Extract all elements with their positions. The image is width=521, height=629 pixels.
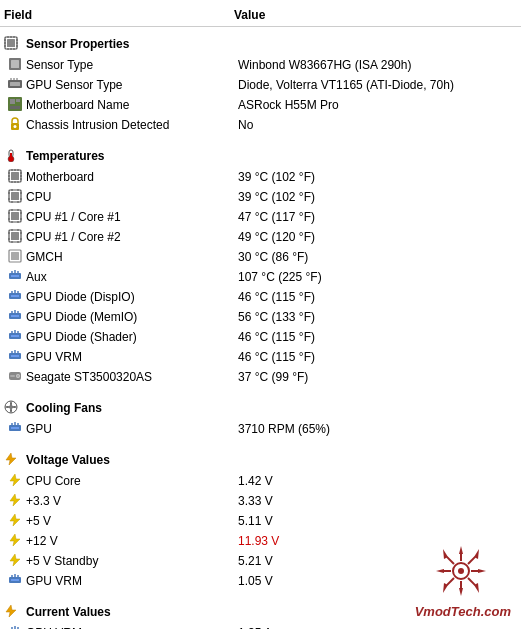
svg-rect-77 <box>11 275 19 277</box>
section-title-cooling-fans: Cooling Fans <box>0 391 521 419</box>
svg-rect-24 <box>10 106 20 109</box>
svg-line-135 <box>447 557 454 564</box>
section-label: Temperatures <box>26 147 104 165</box>
row-field: +5 V Standby <box>0 551 230 571</box>
table-row: GPU VRM46 °C (115 °F) <box>0 347 521 367</box>
table-row: Seagate ST3500320AS37 °C (99 °F) <box>0 367 521 387</box>
section-header-cooling-fans: Cooling Fans <box>0 391 521 419</box>
field-label: GPU Sensor Type <box>26 76 123 94</box>
row-value: 46 °C (115 °F) <box>230 287 521 307</box>
table-row: GPU3710 RPM (65%) <box>0 419 521 439</box>
table-row: Motherboard39 °C (102 °F) <box>0 167 521 187</box>
svg-marker-142 <box>478 569 486 573</box>
svg-rect-104 <box>10 375 15 377</box>
table-row: Sensor TypeWinbond W83667HG (ISA 290h) <box>0 55 521 75</box>
field-label: GPU Diode (Shader) <box>26 328 137 346</box>
svg-marker-114 <box>10 494 20 506</box>
row-field: GPU Sensor Type <box>0 75 230 95</box>
svg-rect-15 <box>11 60 19 68</box>
watermark-text: VmodTech.com <box>411 604 511 619</box>
svg-marker-140 <box>459 588 463 596</box>
row-field: GMCH <box>0 247 230 267</box>
section-header-temperatures: Temperatures <box>0 139 521 167</box>
table-row: CPU Core1.42 V <box>0 471 521 491</box>
chip-icon <box>4 36 20 52</box>
motherboard-icon <box>8 97 24 113</box>
row-field: CPU Core <box>0 471 230 491</box>
svg-rect-23 <box>16 99 20 102</box>
svg-rect-108 <box>11 427 19 429</box>
svg-rect-87 <box>11 315 19 317</box>
table-row: GMCH30 °C (86 °F) <box>0 247 521 267</box>
table-row: GPU Diode (MemIO)56 °C (133 °F) <box>0 307 521 327</box>
svg-rect-119 <box>11 579 19 581</box>
chip2-icon <box>8 249 24 265</box>
table-row: GPU VRM1.35 A <box>0 623 521 629</box>
table-row: GPU Diode (Shader)46 °C (115 °F) <box>0 327 521 347</box>
field-label: Motherboard Name <box>26 96 129 114</box>
svg-marker-116 <box>10 534 20 546</box>
table-header-row: Field Value <box>0 4 521 27</box>
hdd-icon <box>8 369 24 385</box>
table-row: GPU Sensor TypeDiode, Volterra VT1165 (A… <box>0 75 521 95</box>
field-label: +12 V <box>26 532 58 550</box>
svg-rect-55 <box>11 212 19 220</box>
row-field: GPU Diode (Shader) <box>0 327 230 347</box>
thermometer-icon <box>4 148 20 164</box>
svg-line-136 <box>468 578 475 585</box>
svg-rect-75 <box>11 252 19 260</box>
table-row: Aux107 °C (225 °F) <box>0 267 521 287</box>
watermark-icon <box>411 531 511 611</box>
sensor2-icon <box>8 349 24 365</box>
voltage-row-icon <box>8 473 24 489</box>
voltage-icon <box>4 452 20 468</box>
svg-point-26 <box>14 125 17 128</box>
voltage-row-icon <box>8 493 24 509</box>
fan-icon <box>4 400 20 416</box>
field-label: Motherboard <box>26 168 94 186</box>
lock-icon <box>8 117 24 133</box>
field-label: GPU Diode (DispIO) <box>26 288 135 306</box>
svg-rect-1 <box>7 39 15 47</box>
table-row: Chassis Intrusion DetectedNo <box>0 115 521 135</box>
row-field: +12 V <box>0 531 230 551</box>
table-row: GPU Diode (DispIO)46 °C (115 °F) <box>0 287 521 307</box>
svg-line-137 <box>468 557 475 564</box>
row-value: 46 °C (115 °F) <box>230 327 521 347</box>
row-value: 49 °C (120 °F) <box>230 227 521 247</box>
row-value: 39 °C (102 °F) <box>230 167 521 187</box>
voltage-icon <box>4 604 20 620</box>
field-label: +3.3 V <box>26 492 61 510</box>
sensor2-icon <box>8 309 24 325</box>
col-header-value: Value <box>230 4 521 27</box>
table-row: CPU39 °C (102 °F) <box>0 187 521 207</box>
sensor2-icon <box>8 289 24 305</box>
row-field: Aux <box>0 267 230 287</box>
sensor-icon <box>8 57 24 73</box>
svg-rect-22 <box>10 99 15 104</box>
section-label: Voltage Values <box>26 451 110 469</box>
row-value: Winbond W83667HG (ISA 290h) <box>230 55 521 75</box>
field-label: CPU <box>26 188 51 206</box>
row-value: 46 °C (115 °F) <box>230 347 521 367</box>
row-field: Motherboard Name <box>0 95 230 115</box>
svg-marker-141 <box>436 569 444 573</box>
svg-marker-139 <box>459 546 463 554</box>
svg-marker-115 <box>10 514 20 526</box>
section-label: Sensor Properties <box>26 35 129 53</box>
watermark: VmodTech.com <box>411 531 511 619</box>
svg-line-138 <box>447 578 454 585</box>
field-label: GPU VRM <box>26 572 82 590</box>
row-field: Sensor Type <box>0 55 230 75</box>
section-header-sensor-properties: Sensor Properties <box>0 27 521 56</box>
cpu-icon <box>8 229 24 245</box>
row-field: CPU #1 / Core #2 <box>0 227 230 247</box>
row-field: Chassis Intrusion Detected <box>0 115 230 135</box>
row-field: Motherboard <box>0 167 230 187</box>
section-label: Current Values <box>26 603 111 621</box>
row-value: 47 °C (117 °F) <box>230 207 521 227</box>
row-field: CPU <box>0 187 230 207</box>
gpu-icon <box>8 77 24 93</box>
table-row: Motherboard NameASRock H55M Pro <box>0 95 521 115</box>
voltage-row-icon <box>8 533 24 549</box>
